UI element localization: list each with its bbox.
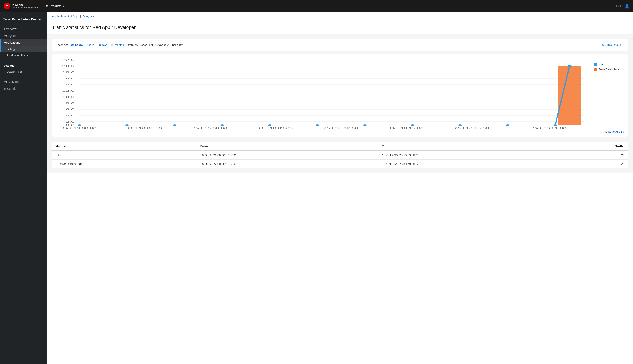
per-period: per hour — [172, 43, 182, 46]
sidebar-item-applications[interactable]: Applications ⌄ — [0, 39, 47, 46]
sidebar-item-label: Integration — [4, 87, 18, 90]
svg-point-33 — [411, 124, 414, 126]
svg-rect-25 — [558, 66, 581, 125]
table-cell-traffic: 20 — [560, 160, 628, 168]
sidebar-item-label: Applications — [4, 41, 20, 44]
brand-title: Red Hat — [12, 3, 38, 6]
sidebar-item-label: ActiveDocs — [4, 80, 19, 84]
svg-text:Oct 18 15:00: Oct 18 15:00 — [389, 127, 424, 129]
date-range: from 10/17/2022 until 10/18/2022 — [128, 43, 169, 46]
svg-text:Oct 18 00:00: Oct 18 00:00 — [63, 127, 96, 129]
table-cell-method: + TravelDetailsPage — [52, 160, 197, 168]
sidebar: Travel Demo Partner Product Overview Ana… — [0, 12, 47, 364]
sidebar-sub-item-usage-rules[interactable]: Usage Rules — [0, 68, 47, 75]
help-icon[interactable]: ? — [616, 4, 621, 8]
brand-text: Red Hat 3scale API Management — [12, 3, 38, 9]
time-link-7d[interactable]: 7 days — [86, 43, 94, 46]
time-link-24h[interactable]: 24 hours — [71, 43, 83, 46]
page-title: Traffic statistics for Red App / Develop… — [52, 25, 628, 30]
table-cell-from: 18 Oct 2022 00:00:00 UTC — [197, 151, 379, 160]
legend-item-hits: Hits — [594, 63, 624, 66]
svg-point-26 — [78, 124, 81, 126]
sidebar-item-analytics[interactable]: Analytics › — [0, 32, 47, 39]
chart-controls: Show last 24 hours 7 days 30 days 12 mon… — [52, 39, 628, 51]
svg-text:18.0: 18.0 — [62, 71, 75, 74]
chart-section: Show last 24 hours 7 days 30 days 12 mon… — [47, 34, 633, 173]
sidebar-sub-item-label: Usage Rules — [7, 70, 23, 73]
sidebar-sub-item-listing[interactable]: Listing — [0, 46, 47, 52]
table-cell-to: 18 Oct 2022 23:59:59 UTC — [379, 160, 560, 168]
svg-text:16.0: 16.0 — [62, 77, 75, 80]
chart-wrapper: 22.0 20.0 18.0 16.0 14.0 12.0 10.0 8.0 6… — [52, 54, 628, 137]
expand-icon[interactable]: + — [56, 162, 57, 166]
sidebar-item-label: Analytics — [4, 34, 16, 38]
table-cell-method: Hits — [52, 151, 197, 160]
svg-text:0.0: 0.0 — [66, 124, 75, 126]
time-link-12m[interactable]: 12 months — [111, 43, 124, 46]
legend-label-traveldetailspage: TravelDetailsPage — [599, 68, 619, 71]
breadcrumb: Application 'Red App' | Analytics — [47, 12, 633, 20]
sidebar-sub-item-label: Application Plans — [7, 54, 28, 57]
from-date: 10/17/2022 — [134, 43, 148, 46]
svg-text:14.0: 14.0 — [62, 83, 75, 86]
chart-area: 22.0 20.0 18.0 16.0 14.0 12.0 10.0 8.0 6… — [56, 58, 624, 128]
sidebar-divider-3 — [0, 76, 47, 77]
breadcrumb-app-link[interactable]: Application 'Red App' — [52, 14, 78, 18]
table-header-to: To — [379, 142, 560, 151]
traffic-chart: 22.0 20.0 18.0 16.0 14.0 12.0 10.0 8.0 6… — [56, 58, 591, 127]
chart-legend: Hits TravelDetailsPage — [594, 58, 624, 128]
svg-text:10.0: 10.0 — [62, 96, 75, 98]
table-header-method: Method — [52, 142, 197, 151]
svg-text:20.0: 20.0 — [62, 65, 75, 67]
svg-text:Oct 18 03:00: Oct 18 03:00 — [128, 127, 162, 129]
svg-point-30 — [268, 124, 272, 126]
table-row: Hits 18 Oct 2022 00:00:00 UTC 18 Oct 202… — [52, 151, 628, 160]
show-last-label: Show last — [56, 43, 68, 46]
svg-point-36 — [553, 124, 557, 126]
period-unit: hour — [177, 43, 182, 46]
legend-item-traveldetailspage: TravelDetailsPage — [594, 68, 624, 71]
svg-point-27 — [125, 124, 129, 126]
table-header-from: From — [197, 142, 379, 151]
top-navigation: Red Hat 3scale API Management ⚙ Products… — [0, 0, 633, 12]
svg-text:4.0: 4.0 — [66, 114, 75, 117]
svg-point-28 — [173, 124, 176, 126]
svg-text:Oct 18 09:00: Oct 18 09:00 — [259, 127, 293, 129]
sidebar-item-activedocs[interactable]: ActiveDocs — [0, 78, 47, 85]
sidebar-sub-item-application-plans[interactable]: Application Plans — [0, 52, 47, 58]
products-label: Products — [50, 4, 62, 8]
products-nav-button[interactable]: ⚙ Products ▾ — [43, 2, 67, 10]
sidebar-item-label: Overview — [4, 27, 17, 31]
sidebar-settings-title: Settings — [0, 62, 47, 68]
svg-point-31 — [316, 124, 319, 126]
chevron-down-icon: ⌄ — [41, 41, 44, 44]
chevron-right-icon: › — [43, 34, 44, 37]
top-nav-right: ? 👤 — [616, 4, 629, 8]
brand-logo-area: Red Hat 3scale API Management — [4, 2, 38, 10]
chart-main: 22.0 20.0 18.0 16.0 14.0 12.0 10.0 8.0 6… — [56, 58, 591, 128]
sidebar-divider-2 — [0, 60, 47, 60]
traffic-table: Method From To Traffic Hits 18 Oct 2022 … — [52, 142, 628, 168]
table-row: + TravelDetailsPage 18 Oct 2022 00:00:00… — [52, 160, 628, 168]
svg-point-34 — [459, 124, 462, 126]
dropdown-arrow-icon: ▾ — [620, 43, 621, 46]
metric-dropdown[interactable]: 20.0 Hits (hits) ▾ — [598, 42, 624, 48]
table-header-traffic: Traffic — [560, 142, 628, 151]
table-cell-from: 18 Oct 2022 00:00:00 UTC — [197, 160, 379, 168]
chevron-right-icon: › — [43, 87, 44, 90]
brand-subtitle: 3scale API Management — [12, 6, 38, 9]
svg-point-35 — [506, 124, 510, 126]
svg-point-29 — [221, 124, 224, 126]
sidebar-item-integration[interactable]: Integration › — [0, 85, 47, 92]
svg-text:Oct 18 21:00: Oct 18 21:00 — [532, 127, 566, 129]
table-cell-to: 18 Oct 2022 23:59:59 UTC — [379, 151, 560, 160]
main-content: Application 'Red App' | Analytics Traffi… — [47, 12, 633, 364]
until-date: 10/18/2022 — [155, 43, 169, 46]
time-link-30d[interactable]: 30 days — [98, 43, 108, 46]
legend-color-traveldetailspage — [594, 68, 597, 71]
svg-point-32 — [363, 124, 367, 126]
breadcrumb-separator: | — [80, 14, 81, 18]
user-icon[interactable]: 👤 — [624, 4, 629, 8]
method-name: TravelDetailsPage — [58, 162, 83, 166]
sidebar-item-overview[interactable]: Overview — [0, 26, 47, 32]
